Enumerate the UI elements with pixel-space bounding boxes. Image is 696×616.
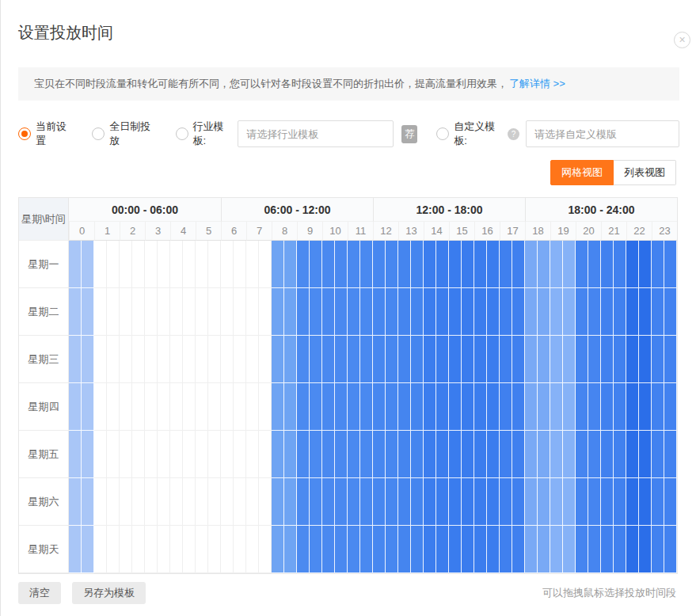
time-slot[interactable] bbox=[69, 241, 82, 288]
time-slot[interactable] bbox=[373, 431, 386, 478]
time-slot[interactable] bbox=[487, 288, 500, 336]
time-slot[interactable] bbox=[183, 526, 196, 573]
time-slot[interactable] bbox=[411, 241, 424, 288]
time-slot[interactable] bbox=[196, 478, 208, 526]
time-slot[interactable] bbox=[322, 241, 335, 288]
time-slot[interactable] bbox=[107, 526, 120, 573]
time-slot[interactable] bbox=[449, 241, 462, 288]
time-slot[interactable] bbox=[538, 478, 550, 526]
time-slot[interactable] bbox=[424, 383, 436, 431]
time-slot[interactable] bbox=[360, 336, 373, 383]
time-slot[interactable] bbox=[120, 383, 132, 431]
time-slot[interactable] bbox=[664, 478, 677, 526]
time-slot[interactable] bbox=[462, 526, 474, 573]
time-slot[interactable] bbox=[170, 288, 183, 336]
time-slot[interactable] bbox=[335, 288, 348, 336]
time-slot[interactable] bbox=[614, 241, 626, 288]
time-slot[interactable] bbox=[234, 526, 246, 573]
time-slot[interactable] bbox=[652, 288, 664, 336]
time-slot[interactable] bbox=[500, 383, 512, 431]
time-slot[interactable] bbox=[158, 241, 170, 288]
time-slot[interactable] bbox=[601, 478, 614, 526]
time-slot[interactable] bbox=[500, 241, 512, 288]
time-slot[interactable] bbox=[246, 383, 259, 431]
time-slot[interactable] bbox=[487, 431, 500, 478]
time-slot[interactable] bbox=[120, 431, 132, 478]
time-slot[interactable] bbox=[335, 241, 348, 288]
time-slot[interactable] bbox=[158, 526, 170, 573]
time-slot[interactable] bbox=[284, 241, 297, 288]
time-slot[interactable] bbox=[69, 431, 82, 478]
time-slot[interactable] bbox=[82, 288, 94, 336]
time-slot[interactable] bbox=[348, 241, 360, 288]
time-slot[interactable] bbox=[538, 383, 550, 431]
time-slot[interactable] bbox=[145, 288, 158, 336]
time-slot[interactable] bbox=[348, 383, 360, 431]
time-slot[interactable] bbox=[588, 336, 601, 383]
time-slot[interactable] bbox=[652, 383, 664, 431]
time-slot[interactable] bbox=[474, 431, 487, 478]
time-slot[interactable] bbox=[487, 478, 500, 526]
time-slot[interactable] bbox=[411, 383, 424, 431]
time-slot[interactable] bbox=[69, 288, 82, 336]
time-slot[interactable] bbox=[82, 383, 94, 431]
time-slot[interactable] bbox=[221, 241, 234, 288]
time-slot[interactable] bbox=[221, 526, 234, 573]
time-slot[interactable] bbox=[170, 526, 183, 573]
time-slot[interactable] bbox=[69, 526, 82, 573]
learn-more-link[interactable]: 了解详情 >> bbox=[509, 77, 565, 91]
time-slot[interactable] bbox=[208, 431, 221, 478]
time-slot[interactable] bbox=[525, 241, 538, 288]
time-slot[interactable] bbox=[386, 241, 398, 288]
time-slot[interactable] bbox=[234, 383, 246, 431]
time-slot[interactable] bbox=[512, 478, 525, 526]
time-slot[interactable] bbox=[639, 383, 652, 431]
time-slot[interactable] bbox=[208, 526, 221, 573]
time-slot[interactable] bbox=[512, 526, 525, 573]
time-slot[interactable] bbox=[322, 336, 335, 383]
time-slot[interactable] bbox=[335, 478, 348, 526]
time-slot[interactable] bbox=[411, 526, 424, 573]
time-slot[interactable] bbox=[462, 288, 474, 336]
time-slot[interactable] bbox=[82, 478, 94, 526]
time-slot[interactable] bbox=[360, 526, 373, 573]
time-slot[interactable] bbox=[601, 431, 614, 478]
radio-current-settings[interactable]: 当前设置 bbox=[18, 120, 73, 148]
time-slot[interactable] bbox=[614, 336, 626, 383]
time-slot[interactable] bbox=[449, 383, 462, 431]
time-slot[interactable] bbox=[221, 336, 234, 383]
time-slot[interactable] bbox=[525, 383, 538, 431]
time-slot[interactable] bbox=[424, 431, 436, 478]
time-slot[interactable] bbox=[284, 336, 297, 383]
time-slot[interactable] bbox=[310, 241, 322, 288]
time-slot[interactable] bbox=[310, 431, 322, 478]
time-slot[interactable] bbox=[576, 431, 588, 478]
time-slot[interactable] bbox=[538, 526, 550, 573]
time-slot[interactable] bbox=[183, 241, 196, 288]
time-slot[interactable] bbox=[373, 241, 386, 288]
time-slot[interactable] bbox=[183, 478, 196, 526]
time-slot[interactable] bbox=[538, 241, 550, 288]
time-slot[interactable] bbox=[335, 383, 348, 431]
time-slot[interactable] bbox=[411, 478, 424, 526]
time-slot[interactable] bbox=[563, 431, 576, 478]
time-slot[interactable] bbox=[196, 383, 208, 431]
time-slot[interactable] bbox=[94, 336, 107, 383]
time-slot[interactable] bbox=[208, 241, 221, 288]
time-slot[interactable] bbox=[449, 526, 462, 573]
time-slot[interactable] bbox=[145, 478, 158, 526]
time-slot[interactable] bbox=[373, 288, 386, 336]
time-slot[interactable] bbox=[145, 383, 158, 431]
save-as-template-button[interactable]: 另存为模板 bbox=[72, 582, 146, 604]
time-slot[interactable] bbox=[234, 336, 246, 383]
grid-view-button[interactable]: 网格视图 bbox=[550, 160, 614, 185]
time-slot[interactable] bbox=[246, 478, 259, 526]
time-slot[interactable] bbox=[120, 336, 132, 383]
time-slot[interactable] bbox=[512, 431, 525, 478]
time-slot[interactable] bbox=[424, 336, 436, 383]
time-slot[interactable] bbox=[411, 336, 424, 383]
time-slot[interactable] bbox=[626, 241, 639, 288]
time-slot[interactable] bbox=[436, 383, 449, 431]
time-slot[interactable] bbox=[259, 431, 272, 478]
time-slot[interactable] bbox=[297, 526, 310, 573]
